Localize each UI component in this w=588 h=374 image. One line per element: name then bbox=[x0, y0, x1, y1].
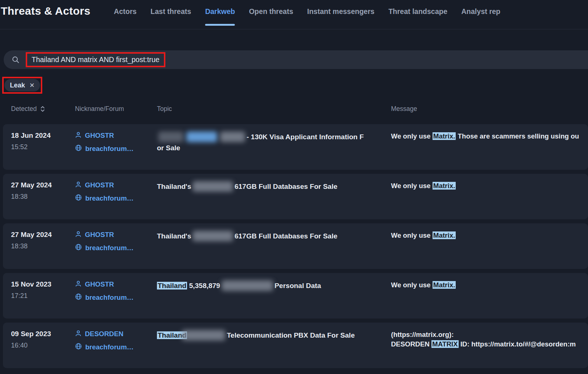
search-input[interactable]: Thailand AND matrix AND first_post:true bbox=[32, 55, 159, 64]
topic-cell: ThailandTelecommunication PBX Data For S… bbox=[157, 330, 391, 351]
text-fragment: or Sale bbox=[157, 144, 180, 152]
nickname-cell: DESORDEN breachforum… bbox=[75, 330, 157, 351]
detected-time: 17:21 bbox=[11, 292, 75, 300]
actor-link[interactable]: DESORDEN bbox=[75, 330, 157, 338]
message-cell: We only use Matrix. bbox=[391, 231, 588, 252]
message-cell: We only use Matrix. Those are scammers s… bbox=[391, 132, 588, 153]
message-line: (https://matrix.org): bbox=[391, 330, 588, 339]
column-header-detected[interactable]: Detected bbox=[11, 105, 75, 113]
actor-link[interactable]: GHOSTR bbox=[75, 181, 157, 189]
tab-instant-messengers[interactable]: Instant messengers bbox=[307, 7, 374, 26]
table-row[interactable]: 27 May 2024 18:38 GHOSTR bbox=[3, 174, 588, 219]
detected-time: 16:40 bbox=[11, 342, 75, 349]
redacted-blur bbox=[186, 132, 217, 142]
tab-last-threats[interactable]: Last threats bbox=[151, 7, 191, 26]
search-bar[interactable]: Thailand AND matrix AND first_post:true bbox=[4, 50, 588, 69]
message-line: DESORDEN MATRIX ID: https://matrix.to/#/… bbox=[391, 339, 588, 349]
message-line: We only use Matrix. Those are scammers s… bbox=[391, 132, 588, 141]
nickname-cell: GHOSTR breachforum… bbox=[75, 181, 157, 202]
detected-date: 15 Nov 2023 bbox=[11, 280, 75, 289]
nickname-cell: GHOSTR breachforum… bbox=[75, 132, 157, 153]
topic-cell: Thailand 5,358,879Personal Data bbox=[157, 280, 391, 302]
table-row[interactable]: 15 Nov 2023 17:21 GHOSTR bbox=[3, 273, 588, 319]
redacted-blur bbox=[222, 280, 273, 291]
detected-date: 18 Jun 2024 bbox=[11, 132, 75, 140]
table-header: Detected Nickname/Forum Topic Message bbox=[0, 105, 588, 113]
text-fragment: 617GB Full Databases For Sale bbox=[234, 232, 337, 240]
actor-link[interactable]: GHOSTR bbox=[75, 280, 157, 288]
search-term-highlight: Matrix. bbox=[433, 182, 456, 190]
forum-name[interactable]: breachforum… bbox=[85, 294, 134, 302]
sort-icon[interactable] bbox=[40, 105, 45, 113]
forum-name[interactable]: breachforum… bbox=[85, 244, 134, 252]
actor-name[interactable]: DESORDEN bbox=[85, 330, 123, 338]
search-term-highlight: Matrix. bbox=[433, 231, 456, 239]
text-fragment: Those are scammers selling using ou bbox=[456, 132, 579, 140]
tab-open-threats[interactable]: Open threats bbox=[249, 7, 293, 26]
actor-name[interactable]: GHOSTR bbox=[85, 231, 114, 239]
message-cell: We only use Matrix. bbox=[391, 181, 588, 202]
filter-chip-label: Leak bbox=[10, 82, 25, 89]
nickname-cell: GHOSTR breachforum… bbox=[75, 231, 157, 252]
detected-cell: 27 May 2024 18:38 bbox=[11, 181, 75, 202]
actor-name[interactable]: GHOSTR bbox=[85, 280, 114, 288]
message-line: We only use Matrix. bbox=[391, 280, 588, 290]
text-fragment: Telecommunication PBX Data For Sale bbox=[227, 331, 355, 339]
text-fragment: Personal Data bbox=[275, 282, 321, 290]
redacted-blur bbox=[220, 132, 245, 142]
page-title: Threats & Actors bbox=[0, 0, 90, 17]
column-header-detected-label: Detected bbox=[11, 105, 37, 113]
search-term-highlight: MATRIX bbox=[431, 340, 459, 348]
forum-name[interactable]: breachforum… bbox=[85, 343, 134, 351]
forum-name[interactable]: breachforum… bbox=[85, 145, 134, 153]
actor-name[interactable]: GHOSTR bbox=[85, 132, 114, 140]
tab-threat-landscape[interactable]: Threat landscape bbox=[388, 7, 447, 26]
forum-name[interactable]: breachforum… bbox=[85, 194, 134, 202]
table-row[interactable]: 27 May 2024 18:38 GHOSTR bbox=[3, 223, 588, 269]
detected-date: 09 Sep 2023 bbox=[11, 330, 75, 338]
text-fragment: Thailand's bbox=[157, 183, 191, 190]
detected-date: 27 May 2024 bbox=[11, 231, 75, 239]
actor-link[interactable]: GHOSTR bbox=[75, 231, 157, 239]
text-fragment: 617GB Full Databases For Sale bbox=[234, 183, 337, 190]
active-tab-underline bbox=[205, 24, 235, 26]
redacted-blur bbox=[182, 330, 225, 341]
redacted-blur bbox=[193, 231, 233, 241]
table-row[interactable]: 18 Jun 2024 15:52 GHOSTR bbox=[3, 124, 588, 170]
close-icon[interactable]: ✕ bbox=[29, 82, 35, 89]
tab-actors[interactable]: Actors bbox=[114, 7, 137, 26]
annotation-box-filter: Leak ✕ bbox=[2, 77, 42, 94]
filter-chip-leak[interactable]: Leak ✕ bbox=[4, 79, 40, 91]
detected-cell: 27 May 2024 18:38 bbox=[11, 231, 75, 252]
actor-link[interactable]: GHOSTR bbox=[75, 132, 157, 140]
column-header-topic-label: Topic bbox=[157, 105, 172, 113]
column-header-topic: Topic bbox=[157, 105, 391, 113]
detected-cell: 09 Sep 2023 16:40 bbox=[11, 330, 75, 351]
text-fragment: We only use bbox=[391, 132, 433, 140]
tab-analyst-rep[interactable]: Analyst rep bbox=[461, 7, 500, 26]
forum-link[interactable]: breachforum… bbox=[75, 144, 157, 153]
globe-icon bbox=[75, 144, 82, 153]
text-fragment: We only use bbox=[391, 231, 433, 239]
topic-cell: Thailand's617GB Full Databases For Sale bbox=[157, 181, 391, 202]
message-line: We only use Matrix. bbox=[391, 231, 588, 240]
forum-link[interactable]: breachforum… bbox=[75, 194, 157, 202]
person-icon bbox=[75, 280, 82, 288]
text-fragment: We only use bbox=[391, 281, 433, 289]
text-fragment: (https://matrix.org): bbox=[391, 331, 454, 338]
header: Threats & Actors ActorsLast threatsDarkw… bbox=[0, 0, 588, 29]
column-header-nickname: Nickname/Forum bbox=[75, 105, 157, 113]
detected-time: 18:38 bbox=[11, 242, 75, 250]
detected-time: 18:38 bbox=[11, 193, 75, 201]
detected-cell: 15 Nov 2023 17:21 bbox=[11, 280, 75, 302]
detected-cell: 18 Jun 2024 15:52 bbox=[11, 132, 75, 153]
forum-link[interactable]: breachforum… bbox=[75, 293, 157, 302]
search-term-highlight: Matrix. bbox=[433, 132, 456, 140]
tab-darkweb[interactable]: Darkweb bbox=[205, 7, 235, 26]
table-row[interactable]: 09 Sep 2023 16:40 DESORDEN bbox=[3, 323, 588, 368]
forum-link[interactable]: breachforum… bbox=[75, 244, 157, 252]
forum-link[interactable]: breachforum… bbox=[75, 343, 157, 351]
actor-name[interactable]: GHOSTR bbox=[85, 181, 114, 189]
text-fragment: - 130K Visa Applicant Information F bbox=[247, 133, 364, 141]
topic-cell: Thailand's617GB Full Databases For Sale bbox=[157, 231, 391, 252]
